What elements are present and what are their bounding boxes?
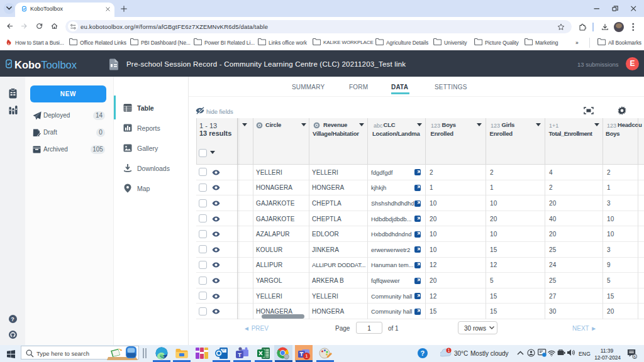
svg-text:1: 1	[305, 353, 308, 359]
svg-text:1: 1	[448, 348, 450, 353]
svg-text:5: 5	[634, 354, 636, 359]
svg-text:T: T	[238, 352, 242, 358]
